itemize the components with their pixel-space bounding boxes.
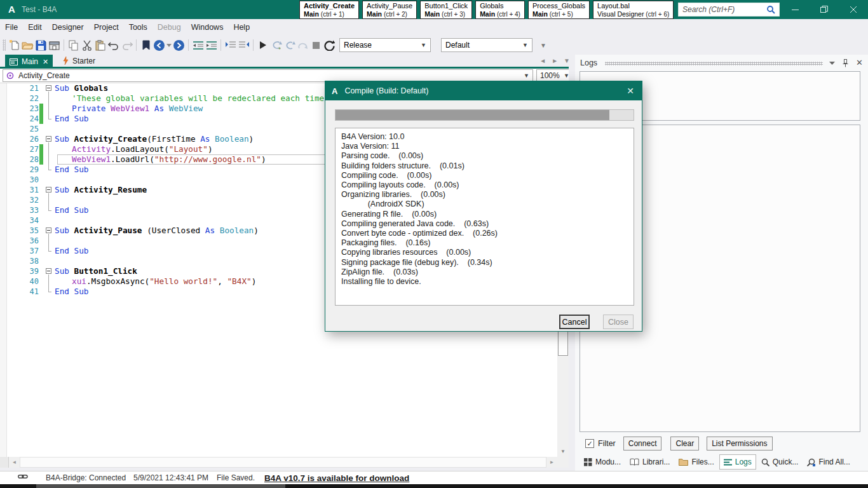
quick-jump-process_globals[interactable]: Process_GlobalsMain (ctrl + 5): [528, 1, 590, 19]
update-link[interactable]: B4A v10.7 is available for download: [264, 473, 409, 483]
search-icon[interactable]: [766, 5, 775, 14]
horizontal-scroll-track[interactable]: [20, 457, 546, 468]
minimize-button[interactable]: [780, 0, 810, 19]
connect-button[interactable]: Connect: [623, 437, 662, 451]
form-icon: [10, 58, 18, 65]
menu-tools[interactable]: Tools: [124, 19, 153, 36]
menu-designer[interactable]: Designer: [47, 19, 89, 36]
paste-icon[interactable]: [93, 39, 107, 52]
menu-debug[interactable]: Debug: [153, 19, 186, 36]
compile-dialog-titlebar[interactable]: A Compile (Build: Default) ✕: [325, 81, 642, 100]
menu-help[interactable]: Help: [228, 19, 255, 36]
filter-label: Filter: [598, 439, 616, 448]
toolbar-grip: [3, 39, 6, 51]
panel-close-icon[interactable]: ✕: [856, 60, 863, 66]
cancel-button[interactable]: Cancel: [559, 315, 590, 329]
compile-log-line: Packaging files. (0.16s): [341, 238, 628, 248]
restore-button[interactable]: [810, 0, 839, 19]
new-project-icon[interactable]: [8, 39, 21, 52]
splitter-grip[interactable]: [0, 457, 9, 468]
quick-jump-globals[interactable]: GlobalsMain (ctrl + 4): [475, 1, 525, 19]
quick-jump-layout.bal[interactable]: Layout.balVisual Designer (ctrl + 6): [593, 1, 674, 19]
step-icon[interactable]: [283, 39, 296, 52]
status-datetime: 5/9/2021 12:43:41 PM: [133, 473, 208, 482]
compile-log-line: Copying libraries resources (0.00s): [341, 248, 628, 257]
navigate-back-icon[interactable]: [153, 39, 166, 52]
outdent-icon[interactable]: [191, 39, 205, 52]
build-configuration-select[interactable]: Release▼: [339, 38, 431, 52]
compile-log-line: B4A Version: 10.0: [341, 132, 628, 142]
filter-checkbox[interactable]: ✓: [585, 439, 594, 448]
sub-selector-combo[interactable]: Activity_Create ▼: [3, 69, 533, 82]
menu-windows[interactable]: Windows: [186, 19, 229, 36]
compile-log-line: Compiling layouts code. (0.00s): [341, 180, 628, 190]
restart-icon[interactable]: [323, 39, 336, 52]
list-permissions-button[interactable]: List Permissions: [707, 437, 772, 451]
tab-starter[interactable]: Starter: [58, 55, 100, 67]
run-icon[interactable]: [256, 39, 269, 52]
close-tab-icon[interactable]: ✕: [43, 58, 48, 66]
export-icon[interactable]: [48, 39, 61, 52]
compile-log-line: Generating R file. (0.00s): [341, 210, 628, 219]
search-placeholder: Search (Ctrl+F): [682, 5, 766, 14]
panel-tab-librari[interactable]: Librari...: [626, 455, 674, 469]
toolbar-overflow-icon[interactable]: ▼: [540, 42, 546, 49]
clear-button[interactable]: Clear: [670, 437, 699, 451]
editor-horizontal-scrollbar[interactable]: ◄ ►: [0, 457, 569, 468]
scroll-right-icon[interactable]: ►: [546, 457, 557, 468]
open-project-icon[interactable]: [21, 39, 34, 52]
save-icon[interactable]: [34, 39, 48, 52]
logs-panel-title: Logs: [580, 58, 597, 67]
resume-icon[interactable]: [269, 39, 283, 52]
logs-panel-header: Logs ✕: [580, 57, 863, 69]
app-logo: A: [8, 4, 15, 15]
scroll-left-icon[interactable]: ◄: [9, 457, 20, 468]
bookmark-icon[interactable]: [139, 39, 153, 52]
zoom-combo[interactable]: 100% ▼: [536, 69, 573, 82]
dialog-logo: A: [332, 86, 337, 96]
indent-icon[interactable]: [205, 39, 218, 52]
scroll-down-icon[interactable]: ▼: [557, 446, 569, 457]
panel-drag-texture: [605, 62, 823, 65]
panel-tab-logs[interactable]: Logs: [719, 454, 756, 470]
libraries-icon: [630, 458, 639, 466]
compile-log-line: Convert byte code - optimized dex. (0.26…: [341, 229, 628, 238]
dialog-close-icon[interactable]: ✕: [627, 86, 634, 96]
tab-scroll-arrows[interactable]: ◄►▼: [539, 57, 570, 64]
pin-icon[interactable]: [843, 59, 848, 67]
panel-tab-modu[interactable]: Modu...: [580, 455, 625, 469]
compile-log-line: Organizing libraries. (0.00s): [341, 190, 628, 200]
step-over-icon[interactable]: [296, 39, 309, 52]
panel-tab-files[interactable]: Files...: [675, 455, 717, 469]
stop-icon[interactable]: [309, 39, 323, 52]
toolbar: Release▼ Default▼ ▼: [0, 36, 868, 55]
quick-jump-button1_click[interactable]: Button1_ClickMain (ctrl + 3): [420, 1, 472, 19]
build-profile-select[interactable]: Default▼: [441, 38, 532, 52]
compile-log-line: Compiling code. (0.00s): [341, 171, 628, 180]
navigate-forward-icon[interactable]: [172, 39, 186, 52]
back-dropdown-icon[interactable]: [166, 39, 172, 52]
compile-progress-bar: [335, 109, 634, 121]
panel-menu-icon[interactable]: [829, 62, 835, 65]
redo-icon[interactable]: [120, 39, 133, 52]
menu-file[interactable]: File: [0, 19, 23, 36]
comment-icon[interactable]: [224, 39, 237, 52]
quick-jump-activity_pause[interactable]: Activity_PauseMain (ctrl + 2): [362, 1, 417, 19]
title-bar: A Test - B4A Activity_CreateMain (ctrl +…: [0, 0, 868, 19]
close-button[interactable]: [839, 0, 868, 19]
menu-edit[interactable]: Edit: [23, 19, 47, 36]
undo-icon[interactable]: [107, 39, 120, 52]
quick-jump-activity_create[interactable]: Activity_CreateMain (ctrl + 1): [299, 1, 359, 19]
status-bar: B4A-Bridge: Connected 5/9/2021 12:43:41 …: [0, 471, 868, 484]
cut-icon[interactable]: [80, 39, 93, 52]
copy-icon[interactable]: [67, 39, 80, 52]
menu-project[interactable]: Project: [89, 19, 124, 36]
panel-tab-quick[interactable]: Quick...: [757, 455, 803, 469]
panel-tab-find all[interactable]: Find All...: [803, 455, 853, 469]
lightning-icon: [63, 57, 69, 65]
compile-log-line: (AndroidX SDK): [341, 200, 628, 209]
uncomment-icon[interactable]: [237, 39, 250, 52]
dialog-title: Compile (Build: Default): [344, 86, 428, 95]
search-input[interactable]: Search (Ctrl+F): [678, 3, 780, 17]
tab-main[interactable]: Main ✕: [5, 55, 53, 69]
